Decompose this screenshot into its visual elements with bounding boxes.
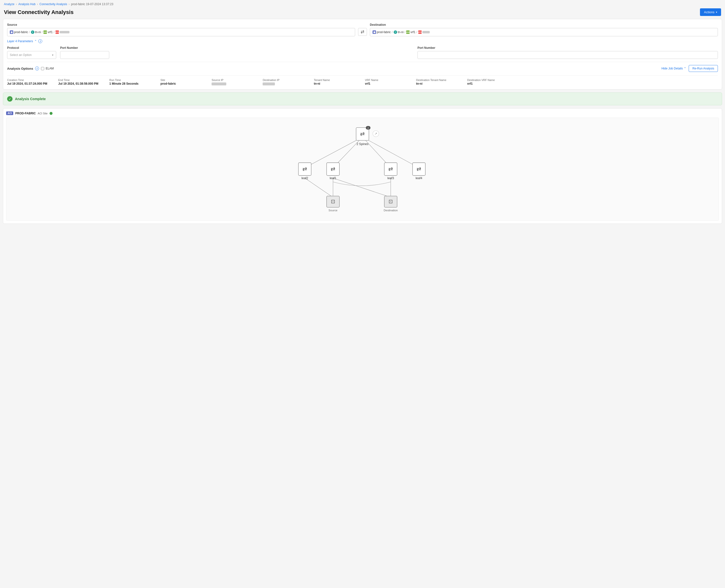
spine-node[interactable]: ⇄ 2 2 Spines — [356, 126, 371, 146]
elam-checkbox[interactable] — [41, 67, 44, 70]
source-port-label: Port Number — [60, 46, 109, 49]
svg-text:2: 2 — [367, 127, 369, 129]
dest-path-fabric: ▦ prod-fabric — [373, 30, 391, 34]
analysis-options-label: Analysis Options — [7, 67, 33, 70]
tenant-name-field: Tenant Name tn-ni — [314, 79, 360, 85]
run-time-field: Run Time 1 Minute 28 Seconds — [109, 79, 156, 85]
topology-header: ACI PROD-FABRIC ACI Site — [6, 111, 719, 115]
dest-port-input[interactable] — [417, 51, 718, 59]
tenant-name-label: Tenant Name — [314, 79, 360, 82]
dest-path-vrf: VRF vrf1 — [406, 30, 415, 34]
protocol-field: Protocol Select an Option ▾ — [7, 46, 56, 59]
select-chevron-icon: ▾ — [52, 54, 54, 57]
layer4-info-icon[interactable]: i — [38, 39, 42, 43]
swap-icon — [360, 30, 365, 34]
breadcrumb-analysis-hub[interactable]: Analysis Hub — [18, 2, 36, 6]
topology-area[interactable]: ⇄ 2 2 Spines ↗ ⇄ leaf2 ⇄ leaf1 — [6, 118, 719, 220]
layer4-toggle[interactable]: Layer 4 Parameters i — [7, 39, 718, 43]
breadcrumb-current: prod-fabric 19-07-2024 13:37:23 — [71, 2, 113, 6]
leaf1-node[interactable]: ⇄ leaf1 — [327, 163, 339, 180]
topology-svg: ⇄ 2 2 Spines ↗ ⇄ leaf2 ⇄ leaf1 — [6, 118, 719, 220]
swap-button[interactable] — [358, 28, 367, 36]
svg-text:⇄: ⇄ — [388, 166, 393, 172]
breadcrumb-sep2: › — [37, 2, 38, 6]
source-ip-value — [211, 82, 258, 85]
breadcrumb-connectivity-analysis[interactable]: Connectivity Analysis — [40, 2, 67, 6]
leaf3-node[interactable]: ⇄ leaf3 — [384, 163, 397, 180]
analysis-complete-text: Analysis Complete — [15, 97, 46, 101]
tenant-icon: T — [31, 30, 34, 34]
svg-text:Destination: Destination — [384, 209, 398, 212]
dest-path-tn: T tn-ni — [394, 30, 403, 34]
dest-ip-label: Destination IP — [263, 79, 309, 82]
src-dst-row: Source ▦ prod-fabric / T tn-ni / VRF vrf… — [7, 23, 718, 36]
hide-details-button[interactable]: Hide Job Details — [661, 67, 686, 70]
page-header: View Connectivity Analysis Actions ▾ — [0, 7, 725, 19]
hide-details-label: Hide Job Details — [661, 67, 683, 70]
dest-ip-value — [263, 82, 309, 85]
leaf4-node[interactable]: ⇄ leaf4 — [413, 163, 425, 180]
dst-tenant-name-field: Destination Tenant Name tn-ni — [416, 79, 462, 85]
dst-tenant-name-value: tn-ni — [416, 82, 462, 85]
source-ip-field: Source IP — [211, 79, 258, 85]
fabric-icon: ▦ — [10, 30, 13, 34]
source-port-field: Port Number — [60, 46, 109, 59]
svg-text:⇄: ⇄ — [303, 166, 307, 172]
source-ip-label: Source IP — [211, 79, 258, 82]
source-endpoint[interactable]: ⊡ Source — [327, 196, 339, 212]
site-value: prod-fabric — [161, 82, 207, 85]
svg-text:⊡: ⊡ — [389, 198, 393, 204]
dst-vrf-name-value: vrf1 — [467, 82, 514, 85]
vrf-name-label: VRF Name — [365, 79, 411, 82]
rerun-analysis-button[interactable]: Re-Run Analysis — [689, 65, 718, 72]
source-path-tn: T tn-ni — [31, 30, 41, 34]
vrf-name-value: vrf1 — [365, 82, 411, 85]
svg-text:leaf2: leaf2 — [302, 176, 308, 180]
source-path-epg: EPG — [56, 30, 69, 34]
analysis-options-row: Analysis Options i ELAM Hide Job Details… — [7, 65, 718, 72]
breadcrumb-analyze[interactable]: Analyze — [4, 2, 15, 6]
actions-label: Actions — [704, 10, 714, 14]
breadcrumb: Analyze › Analysis Hub › Connectivity An… — [0, 0, 725, 7]
analysis-options-left: Analysis Options i ELAM — [7, 66, 54, 70]
source-port-input[interactable] — [60, 51, 109, 59]
site-status-icon — [49, 112, 53, 115]
dst-tenant-name-label: Destination Tenant Name — [416, 79, 462, 82]
elam-label: ELAM — [46, 67, 54, 70]
svg-text:leaf1: leaf1 — [330, 176, 336, 180]
destination-path-input[interactable]: ▦ prod-fabric / T tn-ni / VRF vrf1 / EPG — [370, 28, 718, 36]
creation-time-value: Jul 19 2024, 01:37:24.000 PM — [7, 82, 53, 85]
source-block: Source ▦ prod-fabric / T tn-ni / VRF vrf… — [7, 23, 355, 36]
analysis-complete-banner: ✓ Analysis Complete — [3, 92, 722, 105]
svg-text:⇄: ⇄ — [331, 166, 335, 172]
breadcrumb-sep1: › — [16, 2, 17, 6]
source-path-input[interactable]: ▦ prod-fabric / T tn-ni / VRF vrf1 / EPG — [7, 28, 355, 36]
svg-text:⇄: ⇄ — [416, 166, 421, 172]
svg-line-5 — [333, 178, 391, 197]
analysis-options-right: Hide Job Details Re-Run Analysis — [661, 65, 718, 72]
end-time-label: End Time — [58, 79, 104, 82]
creation-time-field: Creation Time Jul 19 2024, 01:37:24.000 … — [7, 79, 53, 85]
analysis-options-info-icon[interactable]: i — [35, 66, 39, 70]
dest-epg-icon: EPG — [418, 30, 422, 34]
source-epg-redacted — [60, 31, 69, 34]
svg-line-7 — [305, 178, 333, 197]
protocol-placeholder: Select an Option — [10, 53, 32, 57]
topology-card: ACI PROD-FABRIC ACI Site — [3, 108, 722, 224]
actions-button[interactable]: Actions ▾ — [700, 8, 721, 16]
job-details-grid: Creation Time Jul 19 2024, 01:37:24.000 … — [7, 75, 718, 85]
breadcrumb-sep3: › — [68, 2, 69, 6]
leaf2-node[interactable]: ⇄ leaf2 — [298, 163, 311, 180]
main-config-card: Source ▦ prod-fabric / T tn-ni / VRF vrf… — [3, 19, 722, 89]
elam-checkbox-label[interactable]: ELAM — [41, 67, 54, 70]
svg-text:↗: ↗ — [374, 132, 377, 135]
creation-time-label: Creation Time — [7, 79, 53, 82]
run-time-label: Run Time — [109, 79, 156, 82]
destination-endpoint[interactable]: ⊡ Destination — [384, 196, 398, 212]
protocol-select[interactable]: Select an Option ▾ — [7, 51, 56, 59]
topology-lines — [305, 137, 419, 197]
expand-icon[interactable]: ↗ — [373, 130, 379, 137]
destination-label: Destination — [370, 23, 718, 26]
check-circle-icon: ✓ — [7, 96, 13, 102]
destination-block: Destination ▦ prod-fabric / T tn-ni / VR… — [370, 23, 718, 36]
